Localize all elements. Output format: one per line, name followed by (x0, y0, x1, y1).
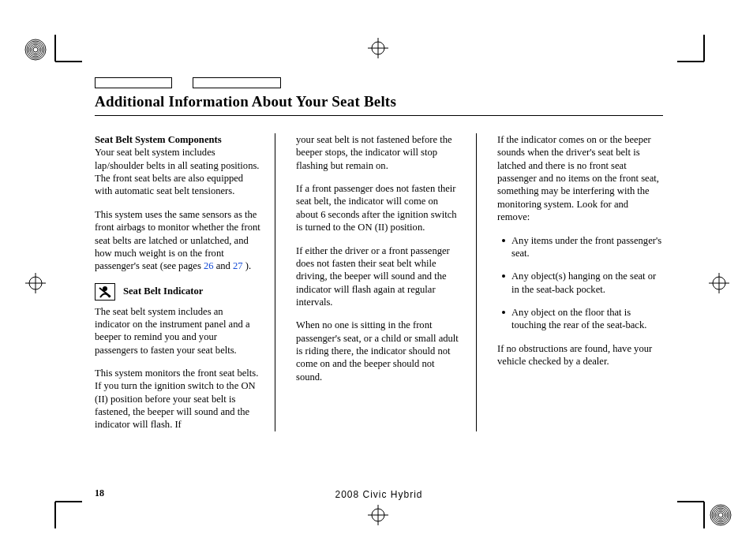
print-rosette-icon (24, 38, 47, 62)
page-title: Additional Information About Your Seat B… (95, 93, 663, 110)
svg-point-29 (715, 510, 726, 521)
crop-mark-icon (676, 32, 707, 63)
column-3: If the indicator comes on or the beeper … (497, 133, 663, 431)
crop-mark-icon (52, 500, 84, 532)
paragraph: If either the driver or a front passenge… (296, 245, 462, 309)
svg-point-16 (713, 277, 725, 289)
svg-point-4 (32, 46, 39, 54)
print-rosette-icon (709, 503, 732, 527)
paragraph: When no one is sitting in the front pass… (296, 319, 462, 383)
svg-point-23 (372, 509, 384, 521)
svg-point-31 (718, 513, 723, 517)
section-heading: Seat Belt System Components (95, 134, 222, 145)
svg-point-30 (717, 511, 725, 519)
paragraph: This system monitors the front seat belt… (95, 367, 260, 431)
svg-point-5 (33, 47, 38, 52)
paragraph: Seat Belt System Components Your seat be… (95, 133, 260, 198)
paragraph: If no obstructions are found, have your … (497, 342, 663, 368)
page-content: Additional Information About Your Seat B… (95, 93, 663, 431)
seat-belt-indicator-icon (95, 283, 115, 301)
svg-point-3 (30, 44, 41, 55)
header-box (193, 77, 281, 88)
bullet-list: Any items under the front passenger's se… (497, 234, 663, 332)
registration-cross-icon (368, 38, 388, 58)
vehicle-model: 2008 Civic Hybrid (95, 489, 663, 500)
registration-cross-icon (709, 273, 729, 293)
paragraph: If a front passenger does not fasten the… (296, 182, 462, 233)
page-link[interactable]: 26 (204, 260, 214, 271)
indicator-heading-row: Seat Belt Indicator (95, 283, 260, 301)
svg-point-1 (27, 41, 44, 58)
list-item: Any object on the floor that is touching… (502, 306, 663, 332)
paragraph: This system uses the same sensors as the… (95, 208, 260, 273)
svg-point-27 (712, 506, 729, 524)
registration-cross-icon (368, 505, 388, 525)
registration-cross-icon (25, 273, 46, 293)
page-link[interactable]: 27 (233, 260, 243, 271)
svg-point-13 (29, 277, 42, 289)
list-item: Any items under the front passenger's se… (502, 234, 663, 260)
svg-point-26 (710, 505, 731, 525)
paragraph: The seat belt system includes an indicat… (95, 305, 260, 357)
paragraph: your seat belt is not fastened before th… (296, 133, 462, 172)
svg-point-10 (372, 42, 384, 54)
column-2: your seat belt is not fastened before th… (296, 133, 477, 431)
header-box (95, 77, 172, 88)
title-rule (95, 115, 663, 116)
svg-point-2 (28, 43, 43, 57)
page-footer: 18 2008 Civic Hybrid (95, 487, 663, 499)
svg-point-0 (25, 39, 46, 60)
svg-point-28 (714, 508, 728, 522)
section-heading: Seat Belt Indicator (123, 285, 203, 297)
crop-mark-icon (52, 32, 84, 63)
paragraph: If the indicator comes on or the beeper … (497, 133, 663, 224)
list-item: Any object(s) hanging on the seat or in … (502, 270, 663, 296)
column-1: Seat Belt System Components Your seat be… (95, 133, 275, 431)
crop-mark-icon (676, 500, 707, 532)
